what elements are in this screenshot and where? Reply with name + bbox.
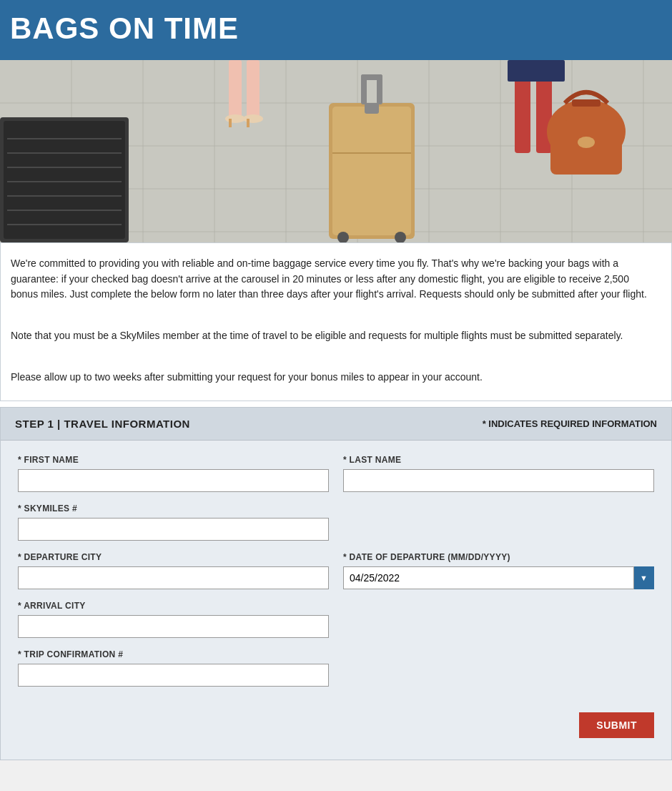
- svg-rect-42: [361, 74, 382, 80]
- submit-row: SUBMIT: [1, 705, 671, 738]
- svg-rect-23: [229, 60, 242, 117]
- trip-confirmation-row: * TRIP CONFIRMATION #: [18, 649, 654, 687]
- svg-point-47: [578, 137, 595, 148]
- date-departure-input[interactable]: [343, 566, 634, 589]
- date-input-wrapper: ▼: [343, 566, 654, 589]
- chevron-down-icon: ▼: [640, 574, 648, 582]
- page-header: BAGS ON TIME: [0, 0, 672, 60]
- svg-point-26: [243, 114, 263, 123]
- svg-rect-24: [247, 60, 260, 117]
- departure-city-input[interactable]: [18, 566, 329, 589]
- last-name-group: * LAST NAME: [343, 455, 654, 492]
- page-title: BAGS ON TIME: [10, 11, 658, 46]
- trip-confirmation-label: * TRIP CONFIRMATION #: [18, 649, 329, 659]
- departure-city-label: * DEPARTURE CITY: [18, 552, 329, 562]
- skymiles-label: * SKYMILES #: [18, 503, 329, 514]
- info-section: We're committed to providing you with re…: [0, 242, 672, 401]
- date-departure-label: * DATE OF DEPARTURE (MM/DD/YYYY): [343, 552, 654, 562]
- first-name-label: * FIRST NAME: [18, 455, 329, 465]
- info-paragraph-3: Please allow up to two weeks after submi…: [11, 370, 657, 385]
- name-row: * FIRST NAME * LAST NAME: [18, 455, 654, 492]
- hero-image: [0, 60, 672, 242]
- form-section: STEP 1 | TRAVEL INFORMATION * INDICATES …: [0, 407, 672, 760]
- last-name-input[interactable]: [343, 469, 654, 492]
- form-step-title: STEP 1 | TRAVEL INFORMATION: [15, 418, 190, 430]
- arrival-city-group: * ARRIVAL CITY: [18, 601, 329, 638]
- info-paragraph-1: We're committed to providing you with re…: [11, 256, 657, 303]
- date-dropdown-button[interactable]: ▼: [634, 566, 654, 589]
- page-wrapper: BAGS ON TIME: [0, 0, 672, 760]
- svg-rect-28: [247, 119, 249, 127]
- arrival-city-input[interactable]: [18, 615, 329, 638]
- departure-city-group: * DEPARTURE CITY: [18, 552, 329, 589]
- hero-svg: [0, 60, 672, 242]
- svg-rect-27: [229, 119, 232, 127]
- trip-confirmation-input[interactable]: [18, 664, 329, 687]
- skymiles-group: * SKYMILES #: [18, 503, 329, 541]
- last-name-label: * LAST NAME: [343, 455, 654, 465]
- date-departure-group: * DATE OF DEPARTURE (MM/DD/YYYY) ▼: [343, 552, 654, 589]
- departure-row: * DEPARTURE CITY * DATE OF DEPARTURE (MM…: [18, 552, 654, 589]
- skymiles-input[interactable]: [18, 518, 329, 541]
- info-paragraph-2: Note that you must be a SkyMiles member …: [11, 328, 657, 344]
- arrival-city-label: * ARRIVAL CITY: [18, 601, 329, 611]
- arrival-row: * ARRIVAL CITY: [18, 601, 654, 638]
- form-body: * FIRST NAME * LAST NAME * SKYMILES # *: [1, 441, 671, 705]
- required-info-label: * INDICATES REQUIRED INFORMATION: [483, 418, 657, 429]
- first-name-input[interactable]: [18, 469, 329, 492]
- form-header: STEP 1 | TRAVEL INFORMATION * INDICATES …: [1, 408, 671, 441]
- skymiles-row: * SKYMILES #: [18, 503, 654, 541]
- first-name-group: * FIRST NAME: [18, 455, 329, 492]
- submit-button[interactable]: SUBMIT: [579, 712, 654, 738]
- svg-rect-35: [332, 107, 411, 235]
- svg-rect-46: [572, 99, 601, 107]
- trip-confirmation-group: * TRIP CONFIRMATION #: [18, 649, 329, 687]
- svg-rect-36: [365, 103, 379, 114]
- svg-point-25: [225, 114, 245, 123]
- svg-rect-33: [508, 60, 565, 82]
